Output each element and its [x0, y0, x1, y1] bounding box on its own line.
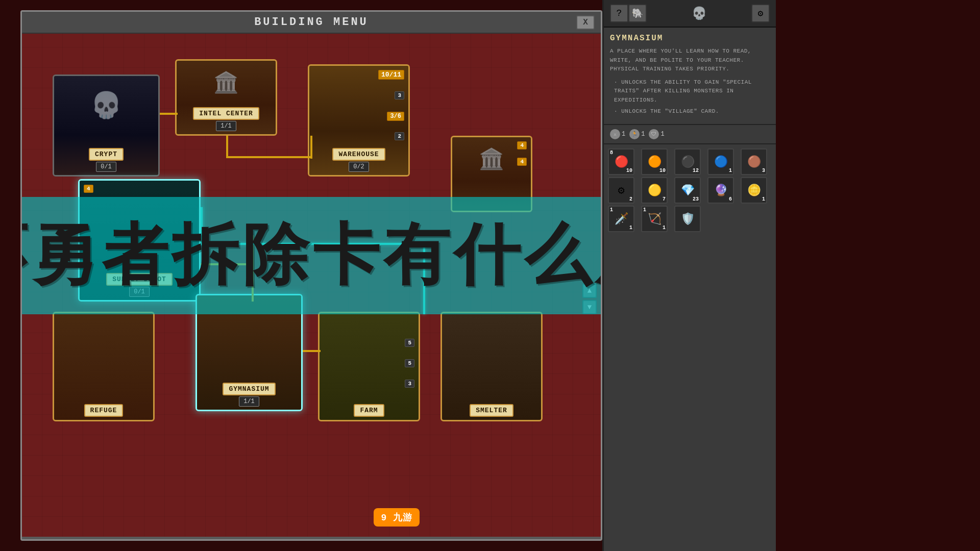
panel-stats: ⚔ 1 🏃 1 🛡 1 — [604, 125, 776, 144]
building-card-intel[interactable]: INTEL CENTER 1/1 — [175, 59, 277, 136]
supply-counter: 0/1 — [129, 287, 150, 297]
inventory-grid: 🔴 8 10 🟠 10 ⚫ 12 🔵 1 🟤 3 ⚙️ 2 🟡 7 � — [604, 144, 776, 551]
refuge-label: REFUGE — [84, 404, 124, 417]
stat-speed: 🏃 1 — [629, 129, 645, 139]
inv-item-8[interactable]: 🔮 6 — [707, 177, 734, 204]
mystery-badge2: 4 — [517, 158, 527, 166]
stat-defense: 🛡 1 — [649, 129, 664, 139]
connection-wire — [226, 156, 310, 158]
smelter-label: SMELTER — [470, 404, 513, 417]
gym-counter: 1/1 — [239, 396, 259, 407]
game-content-area: CRYPT 0/1 INTEL CENTER 1/1 10/11 3 3/6 2… — [22, 34, 601, 537]
mystery-badge1: 4 — [517, 141, 527, 149]
farm-badge2: 5 — [405, 359, 414, 367]
building-card-warehouse[interactable]: 10/11 3 3/6 2 WAREHOUSE 0/2 — [308, 64, 410, 177]
intel-label: INTEL CENTER — [193, 107, 259, 120]
inv-item-12[interactable]: 🛡️ — [674, 206, 701, 232]
building-menu-window: BUILDING MENU X CRYPT 0/1 INTEL CENTER 1… — [20, 10, 602, 541]
panel-description: A PLACE WHERE YOU'LL LEARN HOW TO READ, … — [610, 47, 770, 116]
connection-wire — [160, 113, 178, 115]
connection-wire — [252, 235, 254, 302]
supply-badge-top: 4 — [84, 185, 93, 193]
connection-wire — [310, 136, 312, 159]
inv-item-6[interactable]: 🟡 7 — [641, 177, 668, 204]
inv-item-9[interactable]: 🪙 1 — [741, 177, 767, 204]
panel-bullet1: · UNLOCKS THE ABILITY TO GAIN "SPECIAL T… — [610, 78, 770, 105]
intel-counter: 1/1 — [216, 121, 236, 131]
close-button[interactable]: X — [576, 15, 595, 30]
gear-button[interactable]: ⚙ — [751, 4, 770, 22]
menu-title: BUILDING MENU — [254, 16, 369, 29]
warehouse-label: WAREHOUSE — [332, 148, 385, 161]
supply-label: SUPPLY DEPOT — [106, 273, 173, 286]
defense-icon: 🛡 — [649, 129, 659, 139]
panel-building-info: GYMNASIUM A PLACE WHERE YOU'LL LEARN HOW… — [604, 28, 776, 125]
building-card-mystery[interactable]: 4 4 — [451, 136, 532, 212]
building-card-farm[interactable]: 5 5 3 FARM — [318, 312, 420, 421]
farm-badge3: 3 — [405, 380, 414, 388]
panel-building-name: GYMNASIUM — [610, 34, 770, 43]
inv-item-0[interactable]: 🔴 8 10 — [608, 148, 634, 175]
connection-wire — [226, 136, 228, 156]
building-card-crypt[interactable]: CRYPT 0/1 — [53, 74, 160, 177]
farm-badge1: 5 — [405, 339, 414, 347]
teal-wire-h — [201, 243, 425, 245]
gym-label: GYMNASIUM — [223, 383, 275, 395]
warehouse-counter: 0/2 — [349, 162, 369, 172]
scroll-controls: ▲ ▼ — [582, 284, 597, 314]
warehouse-badge-top: 10/11 — [378, 70, 404, 80]
warehouse-badge-mid2: 3/6 — [387, 112, 404, 121]
connection-wire — [303, 350, 321, 352]
crypt-label: CRYPT — [89, 148, 124, 161]
inv-item-1[interactable]: 🟠 10 — [641, 148, 668, 175]
speed-icon: 🏃 — [629, 129, 640, 139]
teal-wire-v2 — [423, 243, 425, 314]
inv-item-10[interactable]: 🗡️ 1 1 — [608, 206, 634, 232]
teal-wire-v — [201, 207, 203, 245]
inv-item-3[interactable]: 🔵 1 — [707, 148, 734, 175]
title-bar: BUILDING MENU X — [22, 12, 601, 34]
panel-header: ? 🐘 💀 ⚙ — [604, 0, 776, 28]
panel-desc-main: A PLACE WHERE YOU'LL LEARN HOW TO READ, … — [610, 47, 770, 74]
inv-item-5[interactable]: ⚙️ 2 — [608, 177, 634, 204]
warehouse-badge-mid1: 3 — [395, 91, 404, 99]
inv-item-4[interactable]: 🟤 3 — [741, 148, 767, 175]
inv-item-7[interactable]: 💎 23 — [674, 177, 701, 204]
building-card-refuge[interactable]: REFUGE — [53, 312, 155, 421]
scroll-up-button[interactable]: ▲ — [582, 284, 597, 298]
farm-label: FARM — [354, 404, 384, 417]
building-card-supply[interactable]: 4 SUPPLY DEPOT 0/1 — [78, 179, 201, 302]
panel-bullet2: · UNLOCKS THE "VILLAGE" CARD. — [610, 107, 770, 116]
jiuyou-logo: 9 九游 — [374, 508, 420, 527]
help-button[interactable]: ? — [610, 4, 628, 22]
elephant-button[interactable]: 🐘 — [628, 4, 647, 22]
building-card-smelter[interactable]: SMELTER — [440, 312, 543, 421]
attack-icon: ⚔ — [610, 129, 620, 139]
crypt-counter: 0/1 — [96, 162, 116, 172]
scroll-down-button[interactable]: ▼ — [582, 300, 597, 314]
warehouse-badge-bot: 2 — [395, 132, 404, 140]
side-panel: ? 🐘 💀 ⚙ GYMNASIUM A PLACE WHERE YOU'LL L… — [602, 0, 776, 551]
stat-attack: ⚔ 1 — [610, 129, 625, 139]
skull-icon: 💀 — [692, 6, 707, 21]
inv-item-11[interactable]: 🏹 1 1 — [641, 206, 668, 232]
inv-item-2[interactable]: ⚫ 12 — [674, 148, 701, 175]
connection-wire — [201, 263, 252, 265]
building-card-gymnasium[interactable]: GYMNASIUM 1/1 — [195, 294, 303, 411]
